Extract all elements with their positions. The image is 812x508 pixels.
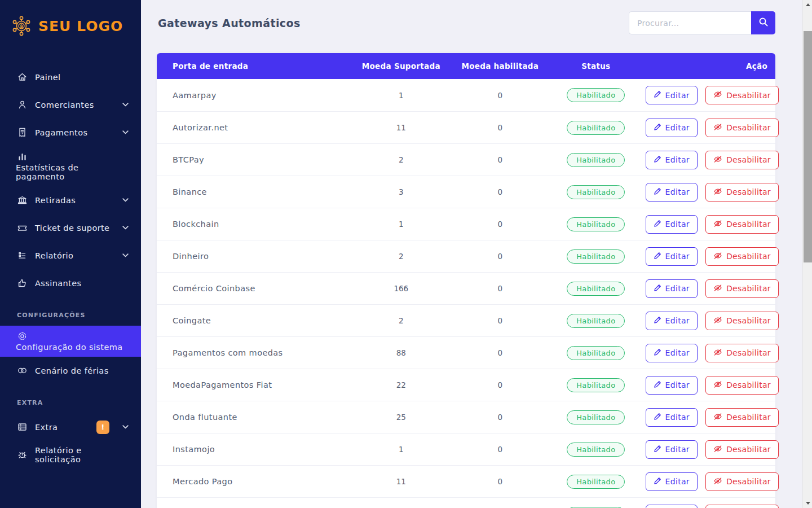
invoice-icon xyxy=(17,127,28,138)
vertical-scrollbar[interactable] xyxy=(802,0,812,508)
edit-button[interactable]: Editar xyxy=(646,408,698,427)
disable-button[interactable]: Desabilitar xyxy=(705,408,779,427)
edit-button[interactable]: Editar xyxy=(646,505,698,508)
disable-button[interactable]: Desabilitar xyxy=(705,344,779,362)
disable-button[interactable]: Desabilitar xyxy=(705,472,779,491)
chevron-down-icon xyxy=(122,198,129,202)
home-icon xyxy=(17,72,28,82)
enabled-currency-count: 0 xyxy=(454,187,547,196)
disable-button[interactable]: Desabilitar xyxy=(705,312,779,330)
gateway-name: Comércio Coinbase xyxy=(157,284,348,293)
disable-button[interactable]: Desabilitar xyxy=(705,279,779,298)
chevron-down-icon xyxy=(122,253,129,257)
edit-button-label: Editar xyxy=(665,284,690,293)
search-group xyxy=(629,11,775,34)
sidebar-item-relatorio[interactable]: Relatório xyxy=(0,242,141,269)
gateway-name: Coingate xyxy=(157,316,348,325)
status-badge: Habilitado xyxy=(567,346,625,360)
enabled-currency-count: 0 xyxy=(454,445,547,454)
sidebar-item-comerciantes[interactable]: Comerciantes xyxy=(0,91,141,119)
thumbs-up-icon xyxy=(17,278,28,288)
edit-button-label: Editar xyxy=(665,348,690,357)
sidebar-item-assinantes[interactable]: Assinantes xyxy=(0,269,141,297)
bank-icon xyxy=(17,195,28,205)
disable-button[interactable]: Desabilitar xyxy=(705,119,779,137)
table-row: Blockchain 1 0 Habilitado Editar xyxy=(157,208,775,240)
edit-button[interactable]: Editar xyxy=(646,279,698,298)
disable-button[interactable]: Desabilitar xyxy=(705,505,779,508)
edit-button-label: Editar xyxy=(665,413,690,422)
status-badge: Habilitado xyxy=(567,282,625,296)
disable-button[interactable]: Desabilitar xyxy=(705,86,779,104)
enabled-currency-count: 0 xyxy=(454,220,547,229)
enabled-currency-count: 0 xyxy=(454,477,547,486)
search-button[interactable] xyxy=(751,11,775,34)
eye-slash-icon xyxy=(713,348,722,358)
disable-button-label: Desabilitar xyxy=(726,155,771,164)
edit-button[interactable]: Editar xyxy=(646,119,698,137)
gateway-name: Blockchain xyxy=(157,220,348,229)
disable-button-label: Desabilitar xyxy=(726,220,771,229)
pencil-icon xyxy=(654,348,661,358)
edit-button[interactable]: Editar xyxy=(646,344,698,362)
edit-button[interactable]: Editar xyxy=(646,86,698,104)
disable-button-label: Desabilitar xyxy=(726,348,771,357)
pencil-icon xyxy=(654,123,661,133)
pencil-icon xyxy=(654,380,661,390)
edit-button[interactable]: Editar xyxy=(646,215,698,234)
sidebar-item-label: Relatório xyxy=(35,251,73,260)
edit-button[interactable]: Editar xyxy=(646,247,698,266)
disable-button-label: Desabilitar xyxy=(726,380,771,389)
edit-button[interactable]: Editar xyxy=(646,312,698,330)
edit-button-label: Editar xyxy=(665,316,690,325)
logo[interactable]: ₿ SEU LOGO xyxy=(0,0,141,43)
disable-button[interactable]: Desabilitar xyxy=(705,183,779,202)
edit-button-label: Editar xyxy=(665,155,690,164)
column-header-acao: Ação xyxy=(646,62,775,71)
status-badge: Habilitado xyxy=(567,153,625,167)
disable-button-label: Desabilitar xyxy=(726,284,771,293)
sidebar-item-pagamentos[interactable]: Pagamentos xyxy=(0,119,141,146)
gateway-name: Dinheiro xyxy=(157,252,348,261)
scroll-down-arrow-icon[interactable] xyxy=(803,498,812,508)
search-input[interactable] xyxy=(629,11,751,34)
status-badge: Habilitado xyxy=(567,378,625,392)
edit-button[interactable]: Editar xyxy=(646,151,698,169)
edit-button[interactable]: Editar xyxy=(646,440,698,459)
scroll-up-arrow-icon[interactable] xyxy=(803,0,812,10)
supported-currency-count: 25 xyxy=(348,413,453,422)
sidebar-item-retiradas[interactable]: Retiradas xyxy=(0,186,141,214)
status-badge: Habilitado xyxy=(567,185,625,199)
supported-currency-count: 2 xyxy=(348,155,453,164)
eye-slash-icon xyxy=(713,413,722,422)
eye-slash-icon xyxy=(713,445,722,454)
edit-button[interactable]: Editar xyxy=(646,376,698,395)
disable-button[interactable]: Desabilitar xyxy=(705,151,779,169)
scrollbar-thumb[interactable] xyxy=(804,31,812,262)
table-row: Aamarpay 1 0 Habilitado Editar xyxy=(157,79,775,111)
eye-slash-icon xyxy=(713,220,722,229)
sidebar-item-extra[interactable]: Extra! xyxy=(0,413,141,441)
disable-button-label: Desabilitar xyxy=(726,413,771,422)
enabled-currency-count: 0 xyxy=(454,348,547,357)
sidebar-item-painel[interactable]: Painel xyxy=(0,63,141,91)
disable-button[interactable]: Desabilitar xyxy=(705,215,779,234)
disable-button[interactable]: Desabilitar xyxy=(705,376,779,395)
edit-button[interactable]: Editar xyxy=(646,472,698,491)
sidebar-item-configuracao-do-sistema[interactable]: Configuração do sistema xyxy=(0,326,141,357)
sidebar-item-cenario-de-ferias[interactable]: Cenário de férias xyxy=(0,357,141,384)
sidebar-item-estatisticas-de-pagamento[interactable]: Estatísticas de pagamento xyxy=(0,146,141,186)
toggle-icon xyxy=(17,365,28,376)
sidebar-item-ticket-de-suporte[interactable]: Ticket de suporte xyxy=(0,214,141,242)
pencil-icon xyxy=(654,477,661,487)
search-icon xyxy=(758,17,769,29)
sidebar-item-label: Extra xyxy=(35,423,58,432)
column-header-status: Status xyxy=(546,62,646,71)
edit-button[interactable]: Editar xyxy=(646,183,698,202)
disable-button[interactable]: Desabilitar xyxy=(705,247,779,266)
page-title: Gateways Automáticos xyxy=(158,17,301,29)
eye-slash-icon xyxy=(713,284,722,294)
sidebar-item-relatorio-e-solicitacao[interactable]: Relatório e solicitação xyxy=(0,441,141,468)
gateway-name: Autorizar.net xyxy=(157,123,348,132)
disable-button[interactable]: Desabilitar xyxy=(705,440,779,459)
